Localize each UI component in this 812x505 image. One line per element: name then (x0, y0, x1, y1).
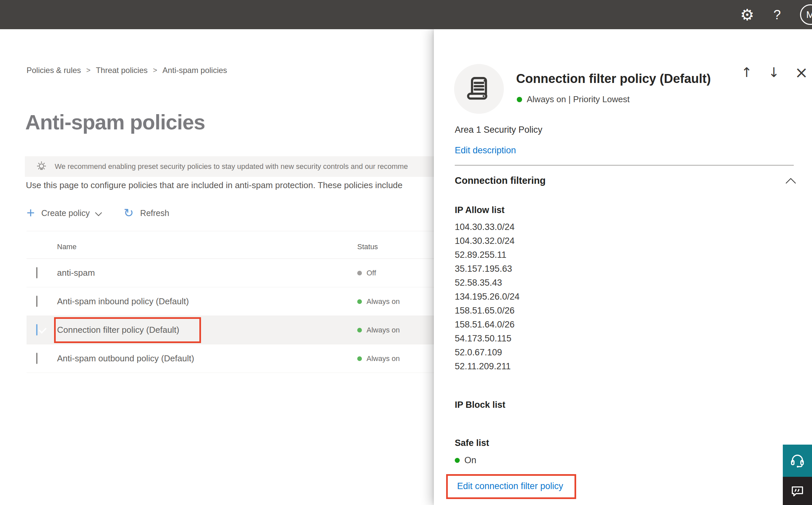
status-label: Off (367, 269, 376, 278)
breadcrumb-separator-icon: > (86, 66, 90, 75)
table-row[interactable]: anti-spam Off (26, 259, 434, 287)
refresh-icon: ↻ (124, 207, 133, 219)
toolbar: + Create policy ↻ Refresh (26, 204, 169, 222)
breadcrumb-separator-icon: > (153, 66, 157, 75)
previous-item-arrow-up-icon[interactable]: ↑ (740, 66, 753, 79)
main-content: Policies & rules > Threat policies > Ant… (0, 29, 434, 505)
breadcrumb-threat-policies[interactable]: Threat policies (96, 66, 148, 75)
row-checkbox[interactable] (36, 267, 37, 278)
top-app-bar: ⚙ ? M (0, 0, 812, 29)
status-dot-on (357, 356, 362, 361)
ip-address: 52.89.255.11 (455, 248, 520, 262)
ip-address: 134.195.26.0/24 (455, 290, 520, 304)
status-cell: Always on (357, 354, 434, 363)
chevron-down-icon (95, 212, 102, 216)
settings-gear-icon[interactable]: ⚙ (740, 7, 754, 23)
ip-address: 158.51.65.0/26 (455, 304, 520, 318)
account-avatar[interactable]: M (800, 4, 812, 25)
breadcrumb: Policies & rules > Threat policies > Ant… (26, 66, 227, 75)
ip-address: 52.58.35.43 (455, 276, 520, 290)
ip-allow-list-header: IP Allow list (455, 205, 504, 215)
status-dot-on (455, 458, 460, 463)
ip-address: 104.30.33.0/24 (455, 220, 520, 234)
banner-text: We recommend enabling preset security po… (55, 162, 408, 171)
policy-icon-circle (454, 64, 504, 114)
chevron-up-icon[interactable] (786, 178, 796, 184)
safe-list-status-label: On (464, 455, 476, 466)
connection-filtering-section-header: Connection filtering (455, 175, 546, 186)
close-icon[interactable]: × (795, 64, 807, 80)
breadcrumb-policies-rules[interactable]: Policies & rules (26, 66, 81, 75)
table-top-divider (26, 231, 434, 231)
status-dot-on (357, 299, 362, 304)
ip-address: 104.30.32.0/24 (455, 234, 520, 248)
scroll-policy-icon (466, 75, 492, 103)
lightbulb-icon (35, 160, 47, 173)
policy-name: Anti-spam outbound policy (Default) (57, 353, 357, 364)
safe-list-status-line: On (455, 455, 476, 466)
topbar-icon-group: ⚙ ? M (740, 0, 812, 29)
flyout-controls: ↑ ↓ × (740, 64, 807, 80)
status-cell: Always on (357, 326, 434, 334)
headset-icon (789, 453, 805, 469)
status-label: Always on (367, 326, 400, 334)
table-row[interactable]: Anti-spam inbound policy (Default) Alway… (26, 287, 434, 316)
plus-icon: + (26, 206, 35, 220)
recommendation-banner: We recommend enabling preset security po… (25, 156, 434, 177)
ip-allow-list: 104.30.33.0/24 104.30.32.0/24 52.89.255.… (455, 220, 520, 373)
feedback-comment-icon (790, 483, 805, 499)
page: ⚙ ? M Policies & rules > Threat policies… (0, 0, 812, 505)
help-question-icon[interactable]: ? (774, 7, 781, 22)
section-divider (455, 165, 794, 166)
ip-address: 54.173.50.115 (455, 331, 520, 345)
ip-block-list-header: IP Block list (455, 400, 505, 410)
table-row[interactable]: Anti-spam outbound policy (Default) Alwa… (26, 344, 434, 373)
table-header-row: Name Status (26, 235, 434, 259)
status-label: Always on (367, 297, 400, 306)
status-label: Always on (367, 354, 400, 363)
breadcrumb-anti-spam-policies[interactable]: Anti-spam policies (163, 66, 227, 75)
policy-name: Connection filter policy (Default) (57, 325, 357, 335)
policy-name: anti-spam (57, 268, 357, 278)
next-item-arrow-down-icon[interactable]: ↓ (768, 66, 780, 79)
page-description: Use this page to configure policies that… (26, 180, 434, 190)
flyout-status-text: Always on | Priority Lowest (527, 94, 630, 105)
status-dot-on (357, 328, 362, 332)
edit-connection-filter-policy-link[interactable]: Edit connection filter policy (457, 481, 563, 491)
create-policy-button[interactable]: + Create policy (26, 206, 102, 220)
status-dot-on (517, 97, 522, 102)
feedback-button[interactable] (783, 477, 812, 505)
refresh-label: Refresh (140, 208, 170, 218)
row-checkbox[interactable] (36, 296, 37, 307)
table-row-selected[interactable]: Connection filter policy (Default) Alway… (26, 316, 434, 344)
page-title: Anti-spam policies (25, 110, 205, 134)
edit-description-link[interactable]: Edit description (455, 145, 516, 156)
policy-details-flyout: ↑ ↓ × Connection filter policy (Default) (434, 29, 812, 505)
create-policy-label: Create policy (41, 208, 90, 218)
support-button[interactable] (783, 445, 812, 477)
status-cell: Always on (357, 297, 434, 306)
row-checkbox[interactable] (36, 353, 37, 364)
policy-description: Area 1 Security Policy (455, 125, 542, 135)
safe-list-header: Safe list (455, 438, 489, 448)
status-dot-off (357, 271, 362, 276)
policy-name: Anti-spam inbound policy (Default) (57, 296, 357, 307)
flyout-status-line: Always on | Priority Lowest (517, 94, 630, 105)
column-header-name[interactable]: Name (57, 242, 357, 251)
status-cell: Off (357, 269, 434, 278)
ip-address: 35.157.195.63 (455, 262, 520, 276)
ip-address: 52.11.209.211 (455, 359, 520, 373)
ip-address: 158.51.64.0/26 (455, 318, 520, 331)
refresh-button[interactable]: ↻ Refresh (102, 207, 169, 219)
column-header-status[interactable]: Status (357, 242, 434, 251)
ip-address: 52.0.67.109 (455, 345, 520, 359)
flyout-title: Connection filter policy (Default) (516, 72, 711, 86)
policy-table: Name Status anti-spam Off Anti-spam inbo… (26, 235, 434, 373)
row-checkbox-checked[interactable] (36, 324, 37, 335)
